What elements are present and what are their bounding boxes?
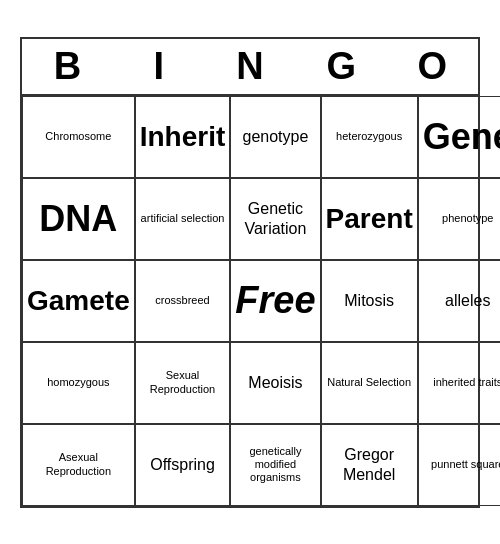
- bingo-cell-21: Offspring: [135, 424, 231, 506]
- bingo-cell-9: phenotype: [418, 178, 500, 260]
- bingo-cell-16: Sexual Reproduction: [135, 342, 231, 424]
- bingo-cell-17: Meoisis: [230, 342, 320, 424]
- cell-text-21: Offspring: [150, 455, 215, 474]
- bingo-cell-2: genotype: [230, 96, 320, 178]
- bingo-cell-0: Chromosome: [22, 96, 135, 178]
- header-letter-O: O: [387, 39, 478, 94]
- cell-text-7: Genetic Variation: [235, 199, 315, 237]
- bingo-cell-8: Parent: [321, 178, 418, 260]
- cell-text-13: Mitosis: [344, 291, 394, 310]
- bingo-cell-20: Asexual Reproduction: [22, 424, 135, 506]
- cell-text-0: Chromosome: [45, 130, 111, 143]
- bingo-cell-12: Free: [230, 260, 320, 342]
- cell-text-12: Free: [235, 278, 315, 324]
- cell-text-20: Asexual Reproduction: [27, 451, 130, 477]
- cell-text-15: homozygous: [47, 376, 109, 389]
- bingo-cell-19: inherited traits: [418, 342, 500, 424]
- bingo-cell-23: Gregor Mendel: [321, 424, 418, 506]
- cell-text-10: Gamete: [27, 284, 130, 318]
- cell-text-24: punnett square: [431, 458, 500, 471]
- bingo-cell-13: Mitosis: [321, 260, 418, 342]
- cell-text-1: Inherit: [140, 120, 226, 154]
- bingo-cell-3: heterozygous: [321, 96, 418, 178]
- bingo-cell-11: crossbreed: [135, 260, 231, 342]
- bingo-cell-7: Genetic Variation: [230, 178, 320, 260]
- bingo-header: BINGO: [22, 39, 478, 96]
- cell-text-19: inherited traits: [433, 376, 500, 389]
- bingo-card: BINGO ChromosomeInheritgenotypeheterozyg…: [20, 37, 480, 508]
- bingo-grid: ChromosomeInheritgenotypeheterozygousGen…: [22, 96, 478, 506]
- cell-text-5: DNA: [39, 197, 117, 240]
- cell-text-17: Meoisis: [248, 373, 302, 392]
- bingo-cell-10: Gamete: [22, 260, 135, 342]
- bingo-cell-24: punnett square: [418, 424, 500, 506]
- cell-text-11: crossbreed: [155, 294, 209, 307]
- header-letter-I: I: [113, 39, 204, 94]
- cell-text-23: Gregor Mendel: [326, 445, 413, 483]
- bingo-cell-6: artificial selection: [135, 178, 231, 260]
- header-letter-B: B: [22, 39, 113, 94]
- cell-text-4: Gene: [423, 115, 500, 158]
- bingo-cell-5: DNA: [22, 178, 135, 260]
- bingo-cell-1: Inherit: [135, 96, 231, 178]
- bingo-cell-15: homozygous: [22, 342, 135, 424]
- bingo-cell-22: genetically modified organisms: [230, 424, 320, 506]
- cell-text-18: Natural Selection: [327, 376, 411, 389]
- cell-text-8: Parent: [326, 202, 413, 236]
- cell-text-9: phenotype: [442, 212, 493, 225]
- bingo-cell-4: Gene: [418, 96, 500, 178]
- cell-text-2: genotype: [243, 127, 309, 146]
- cell-text-6: artificial selection: [141, 212, 225, 225]
- cell-text-22: genetically modified organisms: [235, 445, 315, 485]
- cell-text-14: alleles: [445, 291, 490, 310]
- bingo-cell-14: alleles: [418, 260, 500, 342]
- header-letter-G: G: [296, 39, 387, 94]
- cell-text-16: Sexual Reproduction: [140, 369, 226, 395]
- bingo-cell-18: Natural Selection: [321, 342, 418, 424]
- header-letter-N: N: [204, 39, 295, 94]
- cell-text-3: heterozygous: [336, 130, 402, 143]
